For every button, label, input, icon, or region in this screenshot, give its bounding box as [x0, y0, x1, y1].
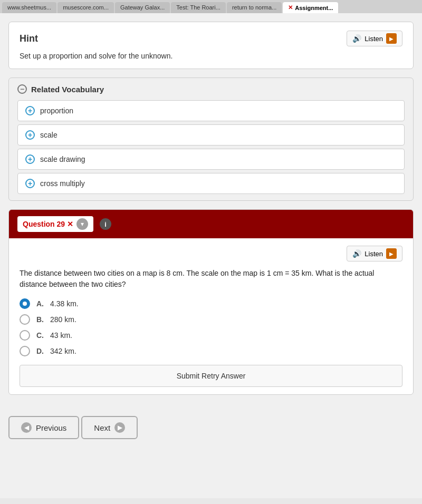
- answer-option-c[interactable]: C. 43 km.: [20, 330, 402, 341]
- answer-option-d[interactable]: D. 342 km.: [20, 346, 402, 356]
- next-arrow-icon: ▶: [114, 422, 125, 433]
- vocab-header: − Related Vocabulary: [17, 84, 405, 94]
- vocab-proportion-label: proportion: [40, 106, 73, 115]
- hint-title: Hint: [20, 33, 38, 44]
- option-letter-b: B.: [36, 315, 44, 324]
- hint-play-icon[interactable]: ▶: [386, 33, 397, 44]
- question-text: The distance between two cities on a map…: [20, 268, 402, 290]
- speaker-icon: 🔊: [352, 34, 361, 43]
- answer-option-a[interactable]: A. 4.38 km.: [20, 298, 402, 309]
- question-play-icon[interactable]: ▶: [386, 248, 397, 259]
- question-incorrect-icon: ✕: [65, 220, 73, 228]
- collapse-vocab-icon[interactable]: −: [17, 84, 27, 94]
- question-info-icon[interactable]: i: [100, 218, 111, 230]
- nav-bar: ◀ Previous Next ▶: [8, 408, 414, 439]
- expand-scale-drawing-icon[interactable]: +: [25, 154, 35, 164]
- question-listen-button[interactable]: 🔊 Listen ▶: [347, 246, 402, 261]
- previous-button[interactable]: ◀ Previous: [8, 416, 79, 439]
- answer-options: A. 4.38 km. B. 280 km. C. 43 km. D. 342 …: [20, 298, 402, 356]
- tab-musescore[interactable]: musescore.com...: [57, 2, 114, 13]
- option-text-d: 342 km.: [50, 347, 76, 355]
- tab-sheetmus[interactable]: www.sheetmus...: [2, 2, 56, 13]
- hint-header: Hint 🔊 Listen ▶: [20, 31, 402, 46]
- vocab-scale-drawing-label: scale drawing: [40, 155, 85, 163]
- question-body: 🔊 Listen ▶ The distance between two citi…: [9, 238, 413, 394]
- hint-listen-label: Listen: [365, 35, 383, 43]
- option-text-c: 43 km.: [50, 331, 72, 340]
- option-text-a: 4.38 km.: [50, 299, 79, 308]
- option-letter-a: A.: [36, 299, 44, 308]
- expand-cross-multiply-icon[interactable]: +: [25, 179, 35, 188]
- question-badge: Question 29 ✕ ▾: [17, 216, 93, 232]
- vocab-title: Related Vocabulary: [31, 85, 104, 94]
- option-text-b: 280 km.: [50, 315, 76, 324]
- question-speaker-icon: 🔊: [352, 249, 361, 258]
- vocab-item-cross-multiply[interactable]: + cross multiply: [17, 173, 405, 194]
- browser-tab-bar: www.sheetmus... musescore.com... Gateway…: [0, 0, 422, 13]
- question-listen-label: Listen: [365, 250, 383, 258]
- main-content: Hint 🔊 Listen ▶ Set up a proportion and …: [0, 13, 422, 498]
- previous-label: Previous: [36, 423, 66, 432]
- expand-scale-icon[interactable]: +: [25, 130, 35, 140]
- vocab-section: − Related Vocabulary + proportion + scal…: [8, 77, 414, 201]
- tab-gateway[interactable]: Gateway Galax...: [115, 2, 170, 13]
- expand-proportion-icon[interactable]: +: [25, 106, 35, 115]
- radio-b[interactable]: [20, 314, 30, 325]
- tab-assignment[interactable]: ✕ Assignment...: [283, 2, 338, 13]
- question-listen-row: 🔊 Listen ▶: [20, 246, 402, 261]
- question-header: Question 29 ✕ ▾ i: [9, 210, 413, 238]
- tab-return-norma[interactable]: return to norma...: [227, 2, 282, 13]
- option-letter-d: D.: [36, 347, 44, 355]
- hint-listen-button[interactable]: 🔊 Listen ▶: [347, 31, 402, 46]
- vocab-items-list: + proportion + scale + scale drawing + c…: [17, 100, 405, 194]
- question-chevron-down-icon[interactable]: ▾: [76, 218, 88, 230]
- vocab-item-proportion[interactable]: + proportion: [17, 100, 405, 121]
- vocab-scale-label: scale: [40, 131, 57, 139]
- next-label: Next: [94, 423, 110, 432]
- option-letter-c: C.: [36, 331, 44, 340]
- radio-d[interactable]: [20, 346, 30, 356]
- tab-test-roari[interactable]: Test: The Roari...: [171, 2, 226, 13]
- hint-card: Hint 🔊 Listen ▶ Set up a proportion and …: [8, 22, 414, 69]
- question-card: Question 29 ✕ ▾ i 🔊 Listen ▶ The distanc…: [8, 209, 414, 395]
- question-badge-text: Question 29 ✕: [23, 220, 73, 228]
- vocab-cross-multiply-label: cross multiply: [40, 179, 85, 188]
- submit-retry-button[interactable]: Submit Retry Answer: [20, 365, 402, 387]
- vocab-item-scale-drawing[interactable]: + scale drawing: [17, 149, 405, 170]
- next-button[interactable]: Next ▶: [81, 416, 138, 439]
- radio-a[interactable]: [20, 298, 30, 309]
- previous-arrow-icon: ◀: [21, 422, 32, 433]
- radio-c[interactable]: [20, 330, 30, 341]
- answer-option-b[interactable]: B. 280 km.: [20, 314, 402, 325]
- hint-text: Set up a proportion and solve for the un…: [20, 52, 402, 60]
- vocab-item-scale[interactable]: + scale: [17, 124, 405, 146]
- tab-close-icon[interactable]: ✕: [288, 4, 293, 11]
